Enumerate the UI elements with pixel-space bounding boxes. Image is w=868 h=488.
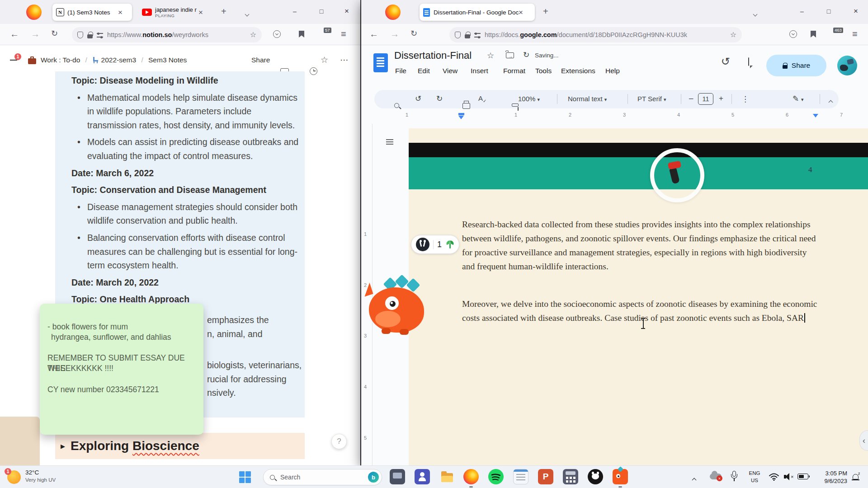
app-icon-calculator[interactable] <box>563 469 578 484</box>
emoji-reaction-badge[interactable]: 1 <box>411 235 459 254</box>
taskbar-search[interactable]: Search b <box>263 469 382 485</box>
undo-icon[interactable]: ↻ <box>415 94 421 103</box>
bing-icon[interactable]: b <box>368 472 379 483</box>
toggle-triangle-icon[interactable]: ▶ <box>61 443 65 450</box>
font-size-increase[interactable]: + <box>719 94 723 103</box>
document-outline-icon[interactable] <box>386 139 393 145</box>
doc-paragraph[interactable]: Research-backed data collected from thes… <box>462 217 818 273</box>
more-options-icon[interactable]: ⋯ <box>340 55 349 65</box>
version-history-icon[interactable]: ↺ <box>721 55 730 68</box>
wifi-icon[interactable] <box>769 472 779 483</box>
more-toolbar-icon[interactable]: ⋮ <box>741 94 749 104</box>
breadcrumb-mid[interactable]: 2022-sem3 <box>101 56 137 64</box>
list-tabs-chevron-icon[interactable] <box>754 9 757 18</box>
firefox-view-icon[interactable] <box>26 5 42 20</box>
address-bar[interactable]: https://docs.google.com/document/d/18DbP… <box>449 27 742 42</box>
forward-button[interactable]: → <box>31 29 40 38</box>
updates-clock-icon[interactable] <box>310 67 317 75</box>
permissions-icon[interactable] <box>474 33 481 38</box>
print-icon[interactable] <box>462 103 470 109</box>
permissions-icon[interactable] <box>97 33 103 38</box>
minimize-button[interactable]: – <box>287 5 302 17</box>
tracking-protection-icon[interactable] <box>455 32 461 38</box>
star-doc-icon[interactable]: ☆ <box>487 51 494 61</box>
tab-youtube[interactable]: japanese indie r PLAYING × <box>138 4 211 21</box>
zoom-select[interactable]: 100% ▾ <box>518 95 540 103</box>
app-icon-firefox[interactable] <box>463 469 479 484</box>
minimize-button[interactable]: – <box>794 5 810 17</box>
menu-help[interactable]: Help <box>605 67 620 75</box>
lock-icon[interactable] <box>87 34 93 38</box>
volume-muted-icon[interactable]: × <box>784 473 795 481</box>
breadcrumb-page[interactable]: Sem3 Notes <box>148 56 187 64</box>
start-button[interactable] <box>239 471 251 483</box>
search-menus-icon[interactable] <box>394 103 399 108</box>
menu-edit[interactable]: Edit <box>418 67 430 75</box>
tab-close-icon[interactable]: × <box>198 9 203 16</box>
account-avatar[interactable] <box>837 56 857 75</box>
hide-menus-icon[interactable] <box>829 97 832 106</box>
menu-insert[interactable]: Insert <box>471 67 488 75</box>
forward-button[interactable]: → <box>390 29 399 38</box>
favorite-star-icon[interactable]: ☆ <box>321 55 328 65</box>
sticky-note[interactable]: - book flowers for mum hydrangea, sunflo… <box>40 304 203 435</box>
menu-file[interactable]: File <box>395 67 406 75</box>
new-tab-button[interactable]: + <box>543 7 548 16</box>
tab-dissertation[interactable]: Dissertation-Final - Google Doc × <box>420 4 535 21</box>
menu-view[interactable]: View <box>443 67 458 75</box>
app-icon-spotify[interactable] <box>488 469 504 484</box>
new-tab-button[interactable]: + <box>221 7 226 16</box>
app-icon-github[interactable] <box>588 469 603 484</box>
clock-date[interactable]: 3:05 PM9/6/2023 <box>812 469 847 485</box>
app-icon-file-explorer[interactable] <box>439 469 455 484</box>
reload-button[interactable]: ↻ <box>51 29 58 38</box>
font-select[interactable]: PT Serif ▾ <box>637 95 666 103</box>
app-icon-teams[interactable] <box>415 469 430 484</box>
tab-sem3-notes[interactable]: N (1) Sem3 Notes × <box>52 4 132 21</box>
bookmarks-library-icon[interactable] <box>299 31 304 38</box>
close-button[interactable]: × <box>339 5 354 17</box>
notion-toggle-block[interactable]: ▶ Exploring Bioscience <box>55 433 305 459</box>
address-bar[interactable]: https://www.notion.so/weyrdworks ☆ <box>72 27 262 42</box>
app-icon-pet[interactable] <box>613 469 628 484</box>
horizontal-ruler[interactable]: 1 1 2 3 4 5 6 7 <box>361 111 868 119</box>
google-docs-icon[interactable] <box>373 53 388 72</box>
desktop-pet[interactable] <box>362 276 436 335</box>
editing-mode-pencil-icon[interactable]: ✎ ▾ <box>793 94 804 103</box>
menu-format[interactable]: Format <box>503 67 525 75</box>
redo-icon[interactable]: ↻ <box>436 94 443 103</box>
tray-overflow-chevron[interactable] <box>693 475 696 483</box>
tab-close-icon[interactable]: × <box>118 9 123 16</box>
document-page[interactable]: 4 Research-backed data collected from th… <box>409 128 868 465</box>
paragraph-style-select[interactable]: Normal text ▾ <box>568 95 607 103</box>
font-size-value[interactable]: 11 <box>698 93 713 105</box>
firefox-view-icon[interactable] <box>385 5 401 20</box>
bookmarks-library-icon[interactable] <box>811 31 816 38</box>
maximize-button[interactable]: □ <box>821 5 836 17</box>
breadcrumb-root[interactable]: Work : To-do <box>41 56 80 64</box>
app-menu-icon[interactable]: ≡ <box>341 29 346 38</box>
lock-icon[interactable] <box>465 34 470 38</box>
breadcrumb[interactable]: Work : To-do / 2022-sem3 / Sem3 Notes <box>41 56 187 64</box>
bookmark-star-icon[interactable]: ☆ <box>730 31 736 38</box>
tracking-protection-icon[interactable] <box>77 32 83 38</box>
notification-bell-icon[interactable]: z <box>852 472 861 482</box>
maximize-button[interactable]: □ <box>314 5 329 17</box>
app-icon-notepad[interactable] <box>513 469 528 484</box>
tab-close-icon[interactable]: × <box>519 9 523 16</box>
menu-extensions[interactable]: Extensions <box>561 67 595 75</box>
close-button[interactable]: × <box>848 5 863 17</box>
microphone-icon[interactable] <box>731 471 738 483</box>
menu-tools[interactable]: Tools <box>535 67 552 75</box>
pocket-icon[interactable] <box>789 30 797 38</box>
spellcheck-icon[interactable]: A✓ <box>478 94 486 103</box>
share-button[interactable]: Share <box>251 56 270 64</box>
language-indicator[interactable]: ENGUS <box>747 469 762 484</box>
comment-icon[interactable] <box>748 57 749 66</box>
left-indent-marker[interactable] <box>458 116 464 119</box>
paint-format-icon[interactable] <box>512 103 519 107</box>
right-indent-marker[interactable] <box>813 114 818 117</box>
app-menu-icon[interactable]: ≡ <box>852 29 858 38</box>
move-folder-icon[interactable]: → <box>506 52 514 58</box>
help-button[interactable]: ? <box>331 434 347 449</box>
